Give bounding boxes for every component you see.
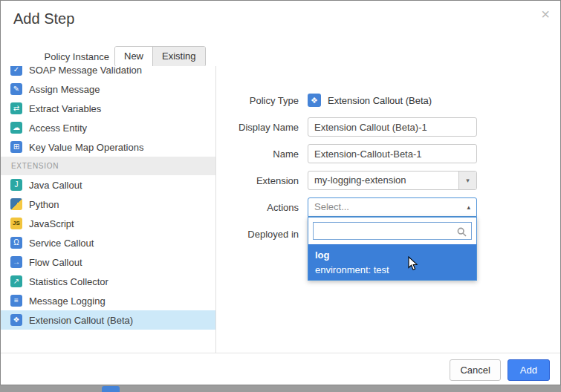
display-name-field[interactable] [308, 117, 477, 137]
sidebar-item-label: JavaScript [29, 218, 74, 229]
sidebar-item-key-value-map-operations[interactable]: ⊞ Key Value Map Operations [1, 137, 215, 157]
policy-list-items: ✓ SOAP Message Validation ✎ Assign Messa… [1, 66, 215, 330]
key-value-map-icon: ⊞ [10, 141, 22, 153]
sidebar-item-label: Statistics Collector [29, 276, 108, 287]
name-label: Name [217, 148, 299, 160]
extension-callout-icon: ❖ [308, 94, 321, 107]
message-logging-icon: ≡ [10, 295, 22, 307]
extension-section-header: EXTENSION [1, 157, 215, 175]
sidebar-item-flow-callout[interactable]: → Flow Callout [1, 252, 215, 272]
sidebar-item-label: Extract Variables [29, 103, 101, 114]
cancel-button[interactable]: Cancel [450, 359, 500, 381]
modal-footer: Cancel Add [1, 353, 560, 385]
sidebar-item-label: Flow Callout [29, 257, 82, 268]
flow-callout-icon: → [10, 256, 22, 268]
sidebar-item-message-logging[interactable]: ≡ Message Logging [1, 291, 215, 310]
display-name-row: Display Name [217, 117, 560, 137]
sidebar-item-label: Service Callout [29, 238, 94, 249]
extension-select-value: my-logging-extension [314, 174, 406, 186]
actions-row: Actions Select... ▴ log environment: tes… [217, 197, 560, 217]
sidebar-item-label: Message Logging [29, 295, 106, 307]
background-app-icon [102, 386, 120, 392]
actions-search-input[interactable] [313, 222, 472, 240]
sidebar-item-label: Extension Callout (Beta) [29, 315, 133, 326]
extension-callout-icon: ❖ [10, 314, 22, 326]
existing-toggle-button[interactable]: Existing [152, 47, 205, 66]
chevron-up-icon: ▴ [467, 198, 470, 216]
policy-type-text: Extension Callout (Beta) [328, 95, 432, 106]
sidebar-item-javascript[interactable]: JS JavaScript [1, 214, 215, 233]
page-background: Add Step × Policy Instance New Existing … [0, 0, 561, 392]
sidebar-item-soap-message-validation[interactable]: ✓ SOAP Message Validation [1, 66, 215, 79]
actions-dropdown: log environment: test [308, 217, 477, 281]
sidebar-item-access-entity[interactable]: ☁ Access Entity [1, 118, 215, 137]
search-icon [457, 226, 467, 240]
chevron-down-icon: ▾ [458, 172, 476, 189]
access-entity-icon: ☁ [10, 122, 22, 134]
actions-label: Actions [217, 202, 299, 213]
extension-row: Extension my-logging-extension ▾ [217, 171, 560, 190]
sidebar-item-service-callout[interactable]: Ω Service Callout [1, 233, 215, 252]
close-icon[interactable]: × [541, 7, 550, 22]
extension-select[interactable]: my-logging-extension ▾ [308, 171, 477, 190]
sidebar-item-extension-callout-beta[interactable]: ❖ Extension Callout (Beta) [1, 310, 215, 330]
python-icon [10, 198, 22, 210]
display-name-label: Display Name [217, 122, 299, 133]
policy-type-label: Policy Type [217, 95, 299, 106]
service-callout-icon: Ω [10, 237, 22, 249]
sidebar-item-java-callout[interactable]: J Java Callout [1, 175, 215, 195]
sidebar-item-statistics-collector[interactable]: ↗ Statistics Collector [1, 272, 215, 291]
option-group-label[interactable]: log [308, 247, 476, 262]
policy-list[interactable]: ✓ SOAP Message Validation ✎ Assign Messa… [1, 66, 216, 354]
sidebar-item-extract-variables[interactable]: ⇄ Extract Variables [1, 99, 215, 118]
policy-type-value: ❖ Extension Callout (Beta) [308, 94, 432, 107]
actions-select-placeholder: Select... [314, 201, 349, 212]
extension-label: Extension [217, 175, 299, 186]
sidebar-item-label: Access Entity [29, 122, 87, 134]
actions-search-wrap [308, 218, 476, 244]
sidebar-item-label: Key Value Map Operations [29, 142, 143, 153]
java-callout-icon: J [10, 179, 22, 191]
actions-option-log[interactable]: log environment: test [308, 244, 476, 280]
actions-select[interactable]: Select... ▴ [308, 197, 477, 217]
name-field[interactable] [308, 144, 477, 163]
policy-type-row: Policy Type ❖ Extension Callout (Beta) [217, 91, 560, 110]
policy-form: Policy Type ❖ Extension Callout (Beta) D… [217, 66, 560, 251]
page-title: Add Step [13, 10, 74, 27]
add-step-modal: Add Step × Policy Instance New Existing … [0, 0, 561, 385]
policy-instance-toggle: New Existing [114, 46, 206, 67]
sidebar-item-label: Java Callout [29, 180, 82, 191]
new-toggle-button[interactable]: New [115, 47, 152, 66]
name-row: Name [217, 144, 560, 163]
deployed-in-label: Deployed in [217, 229, 299, 240]
sidebar-item-python[interactable]: Python [1, 195, 215, 214]
sidebar-item-assign-message[interactable]: ✎ Assign Message [1, 79, 215, 99]
policy-instance-label: Policy Instance [1, 51, 109, 62]
option-environment-test[interactable]: environment: test [308, 262, 476, 277]
assign-message-icon: ✎ [10, 83, 22, 95]
sidebar-item-label: SOAP Message Validation [29, 66, 142, 76]
soap-validation-icon: ✓ [10, 66, 22, 76]
sidebar-item-label: Python [29, 199, 59, 210]
sidebar-item-label: Assign Message [29, 84, 100, 95]
add-button[interactable]: Add [508, 359, 550, 381]
extract-variables-icon: ⇄ [10, 102, 22, 114]
statistics-collector-icon: ↗ [10, 275, 22, 287]
javascript-icon: JS [10, 218, 22, 229]
